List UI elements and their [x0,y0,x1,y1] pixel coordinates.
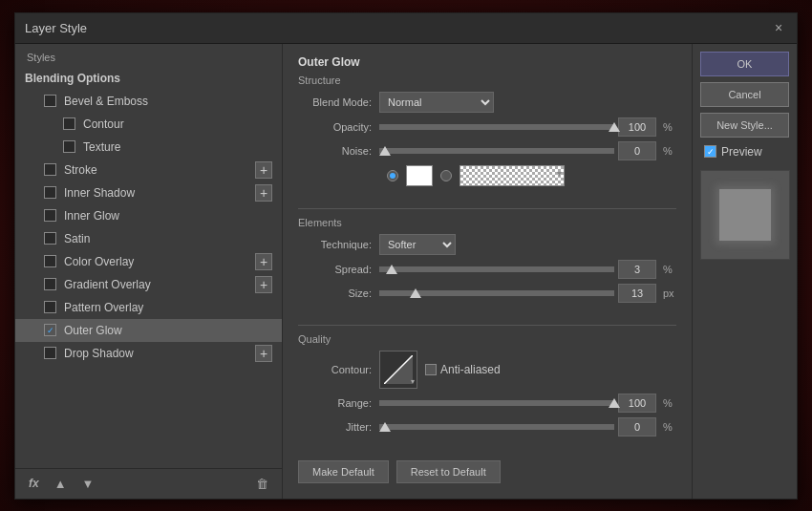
contour-preview[interactable]: ▾ [379,351,417,389]
dialog-body: Styles Blending Options Bevel & Emboss C… [15,44,797,499]
reset-default-button[interactable]: Reset to Default [396,460,501,483]
range-input[interactable]: 100 [618,394,656,413]
size-unit: px [663,287,676,299]
noise-slider-container: 0 % [379,141,676,160]
gradient-overlay-add-button[interactable]: + [255,276,272,293]
noise-unit: % [663,145,676,157]
blend-mode-select[interactable]: Normal Dissolve Multiply Screen [379,92,494,113]
color-swatch-row [298,165,676,186]
outer-glow-title: Outer Glow [298,55,676,69]
inner-shadow-checkbox[interactable] [44,186,56,199]
ok-button[interactable]: OK [700,52,789,76]
gradient-radio[interactable] [440,170,452,181]
jitter-input[interactable]: 0 [618,417,656,436]
left-panel: Styles Blending Options Bevel & Emboss C… [15,44,283,499]
jitter-slider[interactable] [379,424,614,430]
sidebar-item-inner-glow[interactable]: Inner Glow [15,204,282,227]
sidebar-item-satin[interactable]: Satin [15,227,282,250]
elements-group: Elements Technique: Softer Precise Sprea… [298,217,676,308]
size-label: Size: [298,287,379,299]
pattern-overlay-checkbox[interactable] [44,301,56,313]
satin-checkbox[interactable] [44,232,56,245]
solid-color-radio[interactable] [387,170,398,181]
color-overlay-add-button[interactable]: + [255,253,272,270]
center-panel: Outer Glow Structure Blend Mode: Normal … [283,44,692,499]
elements-label: Elements [298,217,676,228]
structure-group: Structure Blend Mode: Normal Dissolve Mu… [298,75,676,191]
sidebar-item-stroke[interactable]: Stroke + [15,159,282,181]
preview-toggle[interactable]: Preview [700,143,789,160]
spread-unit: % [663,264,676,275]
spread-input[interactable]: 3 [618,260,656,279]
new-style-button[interactable]: New Style... [700,113,789,138]
contour-checkbox[interactable] [63,117,75,130]
technique-control: Softer Precise [379,234,676,255]
technique-label: Technique: [298,239,379,250]
inner-glow-checkbox[interactable] [44,209,56,222]
gradient-preview[interactable] [459,165,565,186]
right-panel: OK Cancel New Style... Preview [692,44,797,499]
bevel-emboss-checkbox[interactable] [44,95,56,107]
title-bar: Layer Style × [15,13,797,44]
texture-checkbox[interactable] [63,140,75,153]
size-input[interactable]: 13 [618,284,656,303]
opacity-label: Opacity: [298,121,379,133]
delete-button[interactable]: 🗑 [252,475,272,493]
sidebar-item-blending-options[interactable]: Blending Options [15,67,282,90]
stroke-checkbox[interactable] [44,163,56,176]
move-up-button[interactable]: ▲ [51,475,71,493]
color-swatch[interactable] [406,165,433,186]
contour-row: Contour: ▾ Anti-aliased [298,351,676,389]
contour-control: ▾ Anti-aliased [379,351,676,389]
preview-label: Preview [721,145,762,159]
color-overlay-checkbox[interactable] [44,255,56,267]
jitter-slider-container: 0 % [379,417,676,436]
sidebar-item-gradient-overlay[interactable]: Gradient Overlay + [15,273,282,296]
jitter-unit: % [663,421,676,433]
opacity-input[interactable]: 100 [618,117,656,137]
spread-label: Spread: [298,264,379,275]
range-row: Range: 100 % [298,394,676,413]
fx-button[interactable]: fx [25,475,43,492]
anti-aliased-checkbox[interactable] [425,364,437,375]
contour-label: Contour: [298,364,379,375]
sidebar-item-drop-shadow[interactable]: Drop Shadow + [15,342,282,365]
sidebar-item-bevel-emboss[interactable]: Bevel & Emboss [15,90,282,113]
sidebar-item-outer-glow[interactable]: Outer Glow [15,319,282,342]
sidebar-item-pattern-overlay[interactable]: Pattern Overlay [15,296,282,319]
range-slider[interactable] [379,400,614,406]
technique-select[interactable]: Softer Precise [379,234,456,255]
noise-input[interactable]: 0 [618,141,656,160]
sidebar-item-color-overlay[interactable]: Color Overlay + [15,250,282,273]
range-unit: % [663,397,676,409]
stroke-add-button[interactable]: + [255,161,272,179]
range-slider-container: 100 % [379,394,676,413]
preview-canvas [700,170,790,260]
drop-shadow-add-button[interactable]: + [255,345,272,362]
outer-glow-checkbox[interactable] [44,324,56,336]
drop-shadow-checkbox[interactable] [44,347,56,359]
cancel-button[interactable]: Cancel [700,82,789,107]
styles-list: Blending Options Bevel & Emboss Contour … [15,67,282,468]
divider-2 [298,325,676,326]
contour-dropdown-arrow: ▾ [411,377,415,386]
preview-square [719,189,771,241]
gradient-overlay-checkbox[interactable] [44,278,56,290]
sidebar-item-contour[interactable]: Contour [15,113,282,136]
sidebar-item-texture[interactable]: Texture [15,136,282,159]
sidebar-item-inner-shadow[interactable]: Inner Shadow + [15,181,282,204]
anti-aliased-label[interactable]: Anti-aliased [425,363,501,376]
range-label: Range: [298,397,379,409]
blend-mode-label: Blend Mode: [298,96,379,108]
preview-checkbox-icon [704,145,716,158]
spread-row: Spread: 3 % [298,260,676,279]
move-down-button[interactable]: ▼ [78,475,98,493]
size-slider[interactable] [379,290,614,296]
left-panel-footer: fx ▲ ▼ 🗑 [15,468,282,499]
inner-shadow-add-button[interactable]: + [255,184,272,202]
opacity-slider[interactable] [379,124,614,130]
spread-slider[interactable] [379,266,614,272]
close-button[interactable]: × [770,19,787,36]
noise-slider[interactable] [379,148,614,154]
make-default-button[interactable]: Make Default [298,460,389,483]
